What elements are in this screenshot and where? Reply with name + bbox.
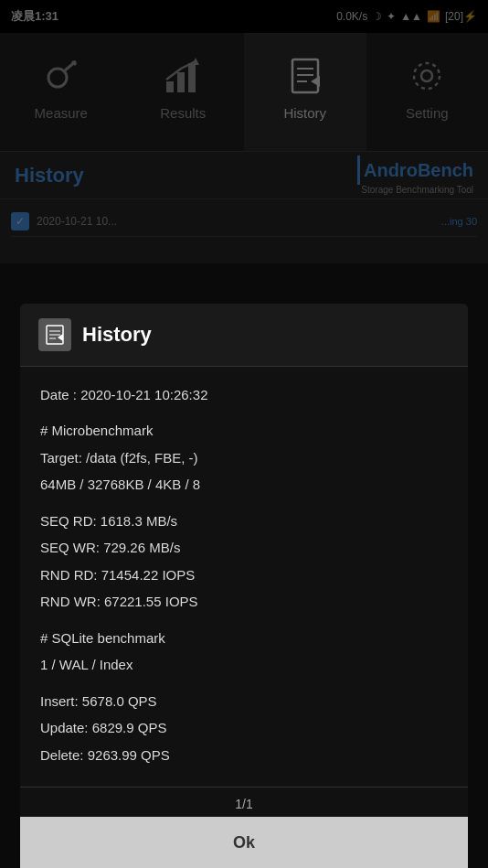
modal-title: History xyxy=(82,323,152,347)
modal-seq-rd: SEQ RD: 1618.3 MB/s xyxy=(40,509,448,533)
modal-date: Date : 2020-10-21 10:26:32 xyxy=(40,383,448,407)
modal-update: Update: 6829.9 QPS xyxy=(40,716,448,740)
modal-target: Target: /data (f2fs, FBE, -) xyxy=(40,446,448,470)
history-modal: History Date : 2020-10-21 10:26:32 # Mic… xyxy=(20,304,468,869)
modal-size: 64MB / 32768KB / 4KB / 8 xyxy=(40,473,448,497)
modal-header: History xyxy=(20,304,468,367)
modal-delete: Delete: 9263.99 QPS xyxy=(40,744,448,767)
modal-rnd-wr: RND WR: 67221.55 IOPS xyxy=(40,590,448,614)
modal-insert: Insert: 5678.0 QPS xyxy=(40,690,448,713)
modal-footer: Ok xyxy=(20,817,468,868)
modal-rnd-rd: RND RD: 71454.22 IOPS xyxy=(40,563,448,587)
modal-sqlite-header: # SQLite benchmark xyxy=(40,627,448,650)
ok-button[interactable]: Ok xyxy=(196,826,292,860)
modal-microbench-header: # Microbenchmark xyxy=(40,419,448,443)
modal-history-icon xyxy=(38,318,71,351)
modal-body: Date : 2020-10-21 10:26:32 # Microbenchm… xyxy=(20,367,468,788)
modal-sqlite-config: 1 / WAL / Index xyxy=(40,653,448,677)
modal-overlay: History Date : 2020-10-21 10:26:32 # Mic… xyxy=(0,0,488,868)
modal-pagination: 1/1 xyxy=(20,787,468,817)
modal-seq-wr: SEQ WR: 729.26 MB/s xyxy=(40,536,448,560)
